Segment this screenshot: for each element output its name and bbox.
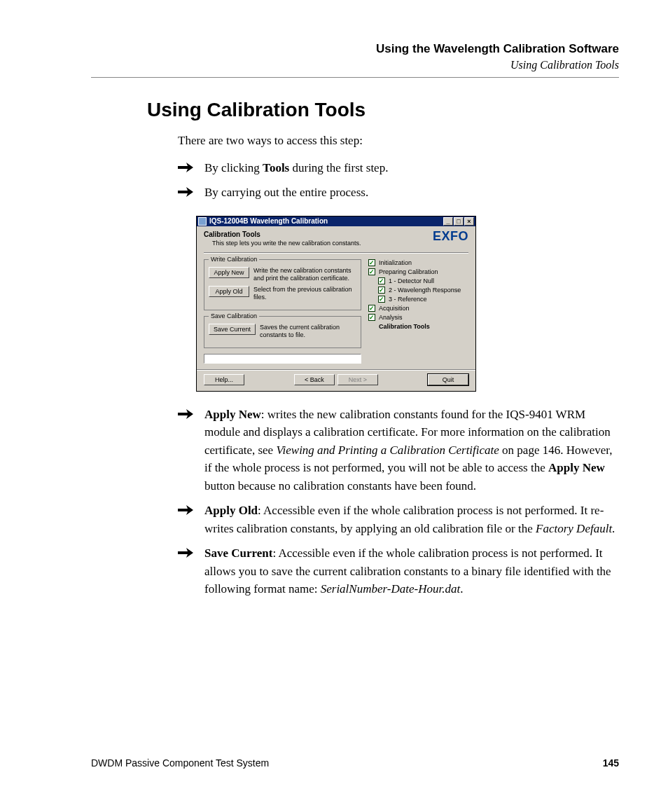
dialog-step-desc: This step lets you write the new calibra…: [212, 240, 361, 247]
bullet-content: Save Current: Accessible even if the who…: [204, 544, 619, 598]
apply-new-desc: Write the new calibration constants and …: [253, 267, 356, 282]
step-item: ✓Analysis: [368, 314, 468, 321]
check-icon: ✓: [368, 314, 375, 321]
step-sub-item: ✓1 - Detector Null: [378, 277, 468, 284]
bullet-arrow-icon: [178, 406, 204, 422]
check-icon: ✓: [368, 268, 375, 275]
step-item: ✓Acquisition: [368, 305, 468, 312]
list-item: Apply New: writes the new calibration co…: [178, 406, 619, 495]
header-rule: [91, 77, 619, 78]
step-sub-item: ✓3 - Reference: [378, 296, 468, 303]
step-item: ✓Initialization: [368, 259, 468, 266]
page-footer: DWDM Passive Component Test System 145: [91, 757, 619, 769]
bullet-arrow-icon: [178, 544, 204, 561]
dialog-figure: IQS-12004B Wavelength Calibration _ □ × …: [196, 216, 619, 392]
bullet-arrow-icon: [178, 502, 204, 518]
page-header: Using the Wavelength Calibration Softwar…: [91, 42, 619, 78]
list-item: By clicking Tools during the first step.: [178, 159, 619, 177]
dialog-titlebar: IQS-12004B Wavelength Calibration _ □ ×: [197, 216, 475, 226]
header-chapter: Using the Wavelength Calibration Softwar…: [91, 42, 619, 56]
bullet-content: Apply New: writes the new calibration co…: [204, 406, 619, 495]
dialog-step-title: Calibration Tools: [204, 230, 361, 238]
group-legend: Write Calibration: [209, 256, 259, 263]
check-icon: ✓: [378, 296, 385, 303]
step-sub-item: ✓2 - Wavelength Response: [378, 287, 468, 294]
divider: [204, 252, 468, 254]
list-item: By carrying out the entire process.: [178, 184, 619, 202]
save-current-desc: Saves the current calibration constants …: [260, 324, 356, 339]
window-controls: _ □ ×: [443, 217, 474, 226]
apply-old-desc: Select from the previous calibration fil…: [253, 286, 356, 301]
brand-logo: EXFO: [433, 229, 468, 244]
bullet-arrow-icon: [178, 159, 204, 176]
maximize-button[interactable]: □: [454, 217, 464, 226]
save-current-button[interactable]: Save Current: [209, 324, 256, 335]
check-icon: ✓: [368, 259, 375, 266]
step-item: ✓Preparing Calibration: [368, 268, 468, 275]
bullet-content: By carrying out the entire process.: [204, 184, 619, 202]
check-icon: ✓: [378, 277, 385, 284]
bullet-content: By clicking Tools during the first step.: [204, 159, 619, 177]
section-title: Using Calibration Tools: [147, 99, 619, 121]
check-icon: ✓: [378, 287, 385, 294]
write-calibration-group: Write Calibration Apply New Write the ne…: [204, 259, 361, 310]
top-bullet-list: By clicking Tools during the first step.…: [178, 159, 619, 202]
minimize-button[interactable]: _: [443, 217, 453, 226]
save-calibration-group: Save Calibration Save Current Saves the …: [204, 316, 361, 348]
quit-button[interactable]: Quit: [428, 374, 468, 385]
intro-text: There are two ways to access this step:: [178, 132, 619, 149]
app-icon: [198, 217, 207, 226]
footer-product: DWDM Passive Component Test System: [91, 757, 269, 769]
dialog-footer: Help... < Back Next > Quit: [197, 369, 475, 391]
page-number: 145: [603, 757, 619, 769]
step-item-current: Calibration Tools: [368, 323, 468, 330]
check-icon: ✓: [368, 305, 375, 312]
back-button[interactable]: < Back: [294, 374, 335, 385]
next-button[interactable]: Next >: [338, 374, 378, 385]
list-item: Save Current: Accessible even if the who…: [178, 544, 619, 598]
bottom-bullet-list: Apply New: writes the new calibration co…: [178, 406, 619, 598]
calibration-dialog: IQS-12004B Wavelength Calibration _ □ × …: [196, 216, 476, 392]
step-list: ✓Initialization ✓Preparing Calibration ✓…: [368, 259, 468, 330]
help-button[interactable]: Help...: [204, 374, 244, 385]
bullet-content: Apply Old: Accessible even if the whole …: [204, 502, 619, 537]
list-item: Apply Old: Accessible even if the whole …: [178, 502, 619, 537]
header-section: Using Calibration Tools: [91, 59, 619, 71]
progress-bar: [204, 354, 361, 364]
group-legend: Save Calibration: [209, 312, 259, 319]
apply-old-button[interactable]: Apply Old: [209, 286, 249, 297]
apply-new-button[interactable]: Apply New: [209, 267, 249, 278]
bullet-arrow-icon: [178, 184, 204, 200]
window-title: IQS-12004B Wavelength Calibration: [209, 217, 443, 225]
close-button[interactable]: ×: [464, 217, 474, 226]
